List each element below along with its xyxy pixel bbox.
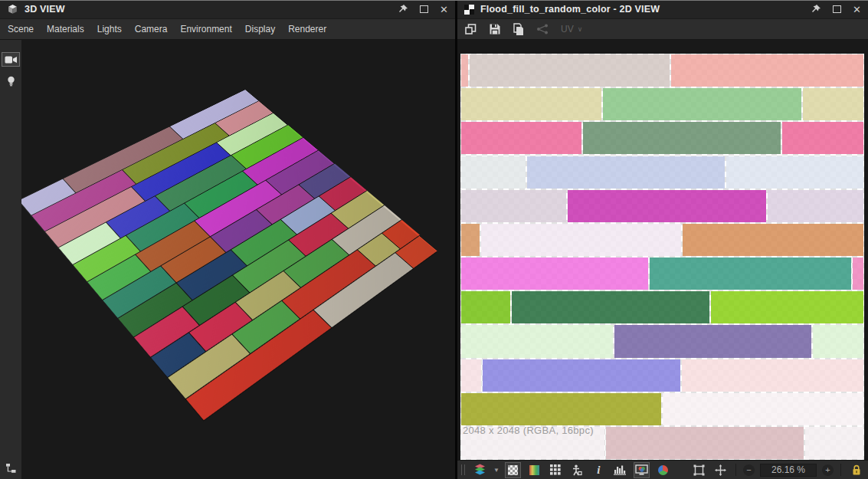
menu-item-scene[interactable]: Scene	[8, 24, 34, 34]
texture-plank	[606, 427, 804, 459]
copy-icon[interactable]	[513, 23, 525, 36]
mannequin-icon[interactable]	[569, 462, 585, 478]
cube-icon	[7, 4, 18, 15]
texture-plank	[568, 190, 766, 222]
new-view-icon[interactable]	[464, 23, 477, 36]
menu-item-display[interactable]: Display	[245, 24, 275, 34]
texture-plank	[805, 427, 863, 459]
menu-item-lights[interactable]: Lights	[97, 24, 122, 34]
gradient-icon[interactable]	[526, 462, 542, 478]
texture-info-text: 2048 x 2048 (RGBA, 16bpc)	[463, 425, 594, 436]
camera-icon[interactable]	[2, 52, 20, 67]
texture-plank	[470, 54, 670, 87]
texture-plank	[461, 54, 468, 87]
texture-plank	[603, 88, 801, 120]
texture-plank	[671, 54, 863, 87]
pin-icon[interactable]	[811, 4, 821, 15]
texture-plank	[768, 190, 863, 222]
window-top-edge	[0, 0, 868, 1]
texture-plank	[803, 88, 863, 120]
texture-plank	[481, 224, 681, 256]
texture-plank	[527, 156, 725, 189]
texture-plank	[461, 258, 648, 290]
checker-background-icon[interactable]	[505, 462, 521, 478]
titlebar-2d-view: Flood_fill_to_random_color - 2D VIEW ✕	[457, 0, 868, 19]
restore-icon[interactable]	[420, 5, 428, 13]
uv-mode-dropdown[interactable]: UV ∨	[561, 24, 582, 34]
link-inputs-icon[interactable]	[536, 24, 549, 34]
menu-item-camera[interactable]: Camera	[135, 24, 168, 34]
zoom-in-icon[interactable]: +	[822, 464, 834, 476]
texture-plank	[782, 122, 863, 154]
close-icon[interactable]: ✕	[440, 5, 448, 15]
pan-icon[interactable]	[712, 462, 729, 478]
texture-plank	[461, 291, 510, 323]
panel-title-3d: 3D VIEW	[25, 4, 65, 15]
toolbar-2d-view: UV ∨	[457, 19, 868, 40]
texture-plank	[813, 325, 863, 357]
menubar-3d-view: SceneMaterialsLightsCameraEnvironmentDis…	[0, 19, 455, 40]
texture-plank	[512, 291, 709, 323]
drag-handle-icon[interactable]	[461, 464, 465, 475]
lock-icon[interactable]	[848, 462, 864, 478]
2d-view-statusbar: ▼ i	[457, 460, 868, 479]
layers-icon[interactable]	[472, 462, 488, 478]
titlebar-3d-view: 3D VIEW ✕	[0, 0, 455, 19]
texture-plank	[461, 190, 566, 222]
close-icon[interactable]: ✕	[853, 5, 861, 15]
texture-image	[460, 54, 864, 460]
texture-plank	[461, 88, 601, 120]
texture-plank	[461, 156, 526, 189]
panel-title-2d: Flood_fill_to_random_color - 2D VIEW	[480, 4, 660, 15]
color-channels-icon[interactable]	[655, 462, 671, 478]
texture-plank	[682, 359, 863, 392]
lightbulb-icon[interactable]	[2, 74, 20, 89]
3d-floor-mesh	[21, 90, 437, 422]
texture-plank	[461, 359, 481, 392]
floor-lighting-shade	[21, 90, 437, 422]
texture-plank	[461, 122, 581, 154]
menu-item-materials[interactable]: Materials	[47, 24, 84, 34]
texture-plank	[583, 122, 781, 154]
grid-icon[interactable]	[548, 462, 564, 478]
3d-viewport[interactable]	[21, 40, 455, 479]
info-icon[interactable]: i	[591, 462, 607, 478]
chevron-down-icon: ∨	[578, 25, 583, 33]
histogram-icon[interactable]	[612, 462, 628, 478]
zoom-out-icon[interactable]: −	[743, 464, 755, 476]
texture-plank	[711, 291, 863, 323]
pin-icon[interactable]	[398, 4, 408, 15]
panel-2d-view: Flood_fill_to_random_color - 2D VIEW ✕	[457, 0, 868, 479]
texture-plank	[461, 224, 480, 256]
menu-item-renderer[interactable]: Renderer	[288, 24, 326, 34]
save-icon[interactable]	[489, 23, 501, 35]
scene-tree-icon[interactable]	[5, 463, 17, 474]
texture-plank	[683, 224, 863, 256]
checker-icon	[464, 5, 474, 15]
chevron-down-icon[interactable]: ▼	[493, 467, 500, 474]
3d-view-sidebar	[0, 40, 21, 479]
panel-3d-view: 3D VIEW ✕ SceneMaterialsLightsCameraEnvi…	[0, 0, 455, 479]
texture-plank	[461, 325, 613, 357]
menu-item-environment[interactable]: Environment	[180, 24, 231, 34]
texture-plank	[853, 258, 863, 290]
texture-plank	[483, 359, 680, 392]
application-window: 3D VIEW ✕ SceneMaterialsLightsCameraEnvi…	[0, 0, 868, 479]
uv-label: UV	[561, 24, 574, 34]
texture-plank	[726, 156, 863, 189]
display-channels-icon[interactable]	[634, 462, 650, 478]
restore-icon[interactable]	[833, 5, 841, 13]
texture-plank	[461, 393, 661, 425]
2d-canvas-area[interactable]: 2048 x 2048 (RGBA, 16bpc)	[457, 40, 868, 460]
zoom-level-field[interactable]: 26.16 %	[760, 464, 817, 477]
fit-view-icon[interactable]	[691, 462, 707, 478]
texture-plank	[614, 325, 811, 357]
texture-plank	[663, 393, 863, 425]
texture-plank	[650, 258, 851, 290]
